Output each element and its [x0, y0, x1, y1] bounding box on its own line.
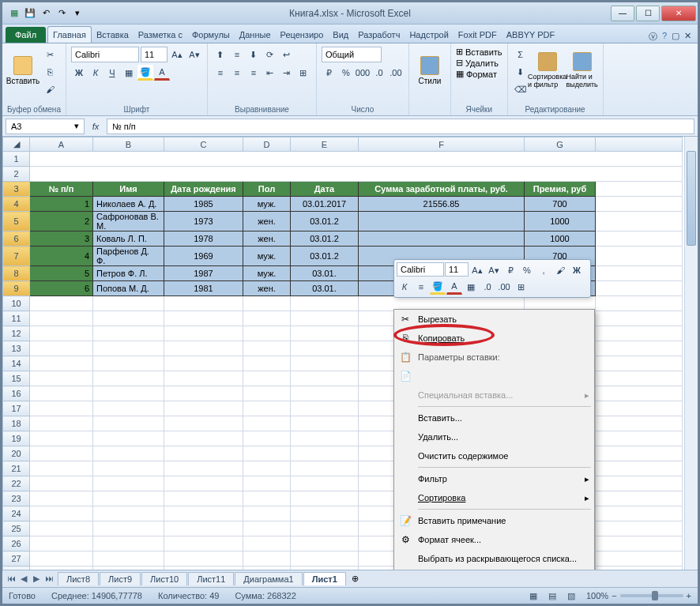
tab-page-layout[interactable]: Разметка с: [134, 27, 187, 43]
mini-increase-font-icon[interactable]: A▴: [469, 262, 485, 278]
italic-button[interactable]: К: [88, 65, 103, 81]
table-cell[interactable]: 1000: [525, 231, 596, 247]
bold-button[interactable]: Ж: [71, 65, 87, 81]
maximize-button[interactable]: ☐: [636, 6, 660, 21]
sheet-nav-prev-icon[interactable]: ◀: [18, 574, 29, 584]
increase-font-icon[interactable]: A▴: [169, 47, 185, 62]
tab-developer[interactable]: Разработч: [353, 27, 405, 43]
increase-indent-icon[interactable]: ⇥: [279, 65, 295, 81]
view-normal-icon[interactable]: ▦: [529, 591, 537, 601]
zoom-out-icon[interactable]: −: [612, 591, 616, 600]
row-header[interactable]: 19: [3, 431, 30, 446]
table-header[interactable]: Дата: [291, 182, 359, 197]
tab-review[interactable]: Рецензиро: [276, 27, 329, 43]
row-header[interactable]: 18: [3, 416, 30, 431]
decrease-font-icon[interactable]: A▾: [186, 47, 202, 62]
row-header[interactable]: 8: [3, 266, 30, 281]
delete-cells-icon[interactable]: ⊟: [456, 58, 463, 68]
row-header[interactable]: 5: [3, 212, 30, 231]
mini-comma-icon[interactable]: ,: [536, 262, 551, 278]
number-format-combo[interactable]: Общий: [322, 47, 382, 62]
table-cell[interactable]: 2: [30, 212, 93, 231]
close-button[interactable]: ✕: [661, 6, 696, 21]
mini-percent-icon[interactable]: %: [519, 262, 535, 278]
ctx-dropdown-list[interactable]: Выбрать из раскрывающегося списка...: [394, 549, 594, 568]
table-cell[interactable]: 03.01.: [291, 266, 359, 281]
sheet-tab[interactable]: Лист10: [141, 572, 187, 585]
table-cell[interactable]: жен.: [243, 212, 291, 231]
col-header[interactable]: D: [243, 137, 291, 152]
table-header[interactable]: Сумма заработной платы, руб.: [359, 182, 525, 197]
underline-button[interactable]: Ч: [104, 65, 120, 81]
zoom-slider[interactable]: [620, 594, 683, 597]
sheet-nav-first-icon[interactable]: ⏮: [6, 574, 17, 584]
percent-icon[interactable]: %: [338, 65, 354, 81]
font-size-combo[interactable]: 11: [141, 47, 167, 62]
ctx-format-cells[interactable]: ⚙Формат ячеек...: [394, 530, 594, 549]
col-header[interactable]: E: [291, 137, 359, 152]
fill-color-icon[interactable]: 🪣: [137, 65, 153, 81]
qat-dropdown-icon[interactable]: ▾: [70, 6, 85, 21]
table-cell[interactable]: [359, 231, 525, 247]
table-cell[interactable]: Петров Ф. Л.: [93, 266, 164, 281]
table-header[interactable]: № п/п: [30, 182, 93, 197]
sheet-tab[interactable]: Лист9: [100, 572, 141, 585]
tab-home[interactable]: Главная: [47, 26, 92, 43]
row-header[interactable]: 3: [3, 182, 30, 197]
mini-align-icon[interactable]: ≡: [413, 279, 429, 295]
mini-font-color-icon[interactable]: A: [446, 279, 462, 295]
paste-button[interactable]: Вставить: [7, 47, 39, 94]
styles-button[interactable]: Стили: [414, 47, 446, 94]
col-header[interactable]: A: [30, 137, 93, 152]
table-cell[interactable]: 3: [30, 231, 93, 247]
ctx-filter[interactable]: Фильтр▸: [394, 469, 594, 488]
table-cell[interactable]: 1973: [164, 212, 243, 231]
sheet-tab[interactable]: Диаграмма1: [235, 572, 302, 585]
merge-icon[interactable]: ⊞: [295, 65, 311, 81]
fill-icon[interactable]: ⬇: [513, 64, 529, 80]
select-all-corner[interactable]: ◢: [3, 137, 30, 152]
mini-border-icon[interactable]: ▦: [463, 279, 479, 295]
font-color-icon[interactable]: A: [154, 65, 170, 81]
row-header[interactable]: 20: [3, 446, 30, 461]
tab-abbyy[interactable]: ABBYY PDF: [502, 27, 560, 43]
row-header[interactable]: 23: [3, 491, 30, 506]
col-header[interactable]: B: [93, 137, 164, 152]
minimize-ribbon-icon[interactable]: ⓥ: [649, 31, 657, 43]
orientation-icon[interactable]: ⟳: [262, 47, 278, 62]
row-header[interactable]: 9: [3, 281, 30, 296]
row-header[interactable]: 14: [3, 356, 30, 371]
table-cell[interactable]: Парфенов Д. Ф.: [93, 247, 164, 266]
comma-icon[interactable]: 000: [355, 65, 371, 81]
fx-icon[interactable]: fx: [88, 119, 103, 134]
table-cell[interactable]: муж.: [243, 266, 291, 281]
row-header[interactable]: 10: [3, 296, 30, 311]
table-cell[interactable]: 1: [30, 197, 93, 212]
mini-italic-icon[interactable]: К: [397, 279, 412, 295]
table-cell[interactable]: жен.: [243, 281, 291, 296]
font-name-combo[interactable]: Calibri: [71, 47, 139, 62]
table-cell[interactable]: муж.: [243, 247, 291, 266]
table-cell[interactable]: 03.01.2017: [291, 197, 359, 212]
cut-icon[interactable]: ✂: [42, 47, 58, 62]
zoom-in-icon[interactable]: +: [687, 591, 691, 600]
row-header[interactable]: 12: [3, 326, 30, 341]
decrease-indent-icon[interactable]: ⇤: [262, 65, 278, 81]
table-cell[interactable]: 1985: [164, 197, 243, 212]
name-box[interactable]: A3▾: [6, 119, 85, 134]
mini-currency-icon[interactable]: ₽: [502, 262, 518, 278]
zoom-level[interactable]: 100%: [586, 591, 608, 600]
row-header[interactable]: 17: [3, 401, 30, 416]
align-left-icon[interactable]: ≡: [213, 65, 228, 81]
sheet-tab[interactable]: Лист11: [188, 572, 234, 585]
table-cell[interactable]: 03.01.2: [291, 247, 359, 266]
table-cell[interactable]: 700: [525, 197, 596, 212]
mini-dec-decimal-icon[interactable]: .00: [496, 279, 512, 295]
row-header[interactable]: 7: [3, 247, 30, 266]
table-cell[interactable]: 1981: [164, 281, 243, 296]
table-cell[interactable]: 03.01.: [291, 281, 359, 296]
align-bottom-icon[interactable]: ⬇: [246, 47, 262, 62]
undo-icon[interactable]: ↶: [39, 6, 53, 21]
decrease-decimal-icon[interactable]: .00: [388, 65, 404, 81]
insert-cells-icon[interactable]: ⊞: [456, 47, 463, 57]
